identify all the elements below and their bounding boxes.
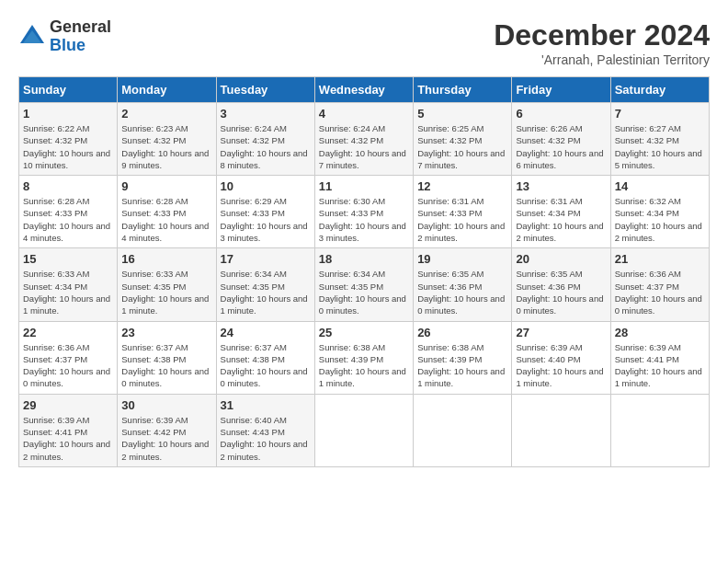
day-info: Sunrise: 6:30 AM Sunset: 4:33 PM Dayligh… xyxy=(319,195,409,244)
calendar-cell: 19 Sunrise: 6:35 AM Sunset: 4:36 PM Dayl… xyxy=(414,248,512,321)
day-info: Sunrise: 6:40 AM Sunset: 4:43 PM Dayligh… xyxy=(221,414,311,463)
day-info: Sunrise: 6:24 AM Sunset: 4:32 PM Dayligh… xyxy=(221,122,311,171)
calendar-cell: 15 Sunrise: 6:33 AM Sunset: 4:34 PM Dayl… xyxy=(19,248,118,321)
calendar-cell xyxy=(314,394,413,466)
day-info: Sunrise: 6:35 AM Sunset: 4:36 PM Dayligh… xyxy=(417,268,507,316)
day-number: 21 xyxy=(615,252,705,266)
day-info: Sunrise: 6:37 AM Sunset: 4:38 PM Dayligh… xyxy=(221,341,311,390)
calendar-week-1: 1 Sunrise: 6:22 AM Sunset: 4:32 PM Dayli… xyxy=(19,103,710,176)
calendar-cell: 31 Sunrise: 6:40 AM Sunset: 4:43 PM Dayl… xyxy=(216,394,314,466)
day-info: Sunrise: 6:31 AM Sunset: 4:34 PM Dayligh… xyxy=(516,195,606,244)
day-number: 1 xyxy=(23,107,113,121)
logo: General Blue xyxy=(18,18,111,55)
month-title: December 2024 xyxy=(494,18,710,52)
calendar-cell: 29 Sunrise: 6:39 AM Sunset: 4:41 PM Dayl… xyxy=(19,394,118,466)
header-monday: Monday xyxy=(118,77,216,103)
header-wednesday: Wednesday xyxy=(314,77,413,103)
day-number: 30 xyxy=(121,398,211,412)
calendar-cell: 3 Sunrise: 6:24 AM Sunset: 4:32 PM Dayli… xyxy=(216,103,314,176)
calendar-table: SundayMondayTuesdayWednesdayThursdayFrid… xyxy=(18,76,710,467)
day-number: 8 xyxy=(23,179,113,193)
day-info: Sunrise: 6:28 AM Sunset: 4:33 PM Dayligh… xyxy=(23,195,113,244)
day-number: 28 xyxy=(615,326,705,339)
day-info: Sunrise: 6:33 AM Sunset: 4:35 PM Dayligh… xyxy=(121,268,211,316)
calendar-cell: 6 Sunrise: 6:26 AM Sunset: 4:32 PM Dayli… xyxy=(512,103,610,176)
header-saturday: Saturday xyxy=(610,77,709,103)
day-number: 5 xyxy=(417,107,507,121)
day-info: Sunrise: 6:23 AM Sunset: 4:32 PM Dayligh… xyxy=(121,122,211,171)
day-info: Sunrise: 6:35 AM Sunset: 4:36 PM Dayligh… xyxy=(516,268,606,316)
page-header: General Blue December 2024 'Arranah, Pal… xyxy=(18,18,710,67)
calendar-cell: 23 Sunrise: 6:37 AM Sunset: 4:38 PM Dayl… xyxy=(118,321,216,394)
day-number: 20 xyxy=(516,252,606,266)
logo-icon xyxy=(18,23,46,51)
day-number: 10 xyxy=(221,179,311,193)
calendar-week-5: 29 Sunrise: 6:39 AM Sunset: 4:41 PM Dayl… xyxy=(19,394,710,466)
day-number: 29 xyxy=(23,398,113,412)
day-number: 13 xyxy=(516,179,606,193)
day-number: 16 xyxy=(121,252,211,266)
day-info: Sunrise: 6:31 AM Sunset: 4:33 PM Dayligh… xyxy=(417,195,507,244)
header-sunday: Sunday xyxy=(19,77,118,103)
day-number: 12 xyxy=(417,179,507,193)
calendar-cell: 18 Sunrise: 6:34 AM Sunset: 4:35 PM Dayl… xyxy=(314,248,413,321)
logo-general: General xyxy=(50,18,111,37)
day-info: Sunrise: 6:29 AM Sunset: 4:33 PM Dayligh… xyxy=(221,195,311,244)
day-number: 31 xyxy=(221,398,311,412)
day-info: Sunrise: 6:26 AM Sunset: 4:32 PM Dayligh… xyxy=(516,122,606,171)
day-info: Sunrise: 6:32 AM Sunset: 4:34 PM Dayligh… xyxy=(615,195,705,244)
calendar-cell: 17 Sunrise: 6:34 AM Sunset: 4:35 PM Dayl… xyxy=(216,248,314,321)
calendar-cell: 7 Sunrise: 6:27 AM Sunset: 4:32 PM Dayli… xyxy=(610,103,709,176)
day-info: Sunrise: 6:37 AM Sunset: 4:38 PM Dayligh… xyxy=(121,341,211,390)
day-number: 19 xyxy=(417,252,507,266)
day-info: Sunrise: 6:39 AM Sunset: 4:41 PM Dayligh… xyxy=(23,414,113,463)
day-info: Sunrise: 6:28 AM Sunset: 4:33 PM Dayligh… xyxy=(121,195,211,244)
day-info: Sunrise: 6:39 AM Sunset: 4:41 PM Dayligh… xyxy=(615,341,705,390)
day-info: Sunrise: 6:38 AM Sunset: 4:39 PM Dayligh… xyxy=(319,341,409,390)
day-info: Sunrise: 6:39 AM Sunset: 4:42 PM Dayligh… xyxy=(121,414,211,463)
calendar-cell: 11 Sunrise: 6:30 AM Sunset: 4:33 PM Dayl… xyxy=(314,176,413,248)
day-number: 23 xyxy=(121,326,211,339)
day-number: 2 xyxy=(121,107,211,121)
calendar-cell: 5 Sunrise: 6:25 AM Sunset: 4:32 PM Dayli… xyxy=(414,103,512,176)
day-number: 7 xyxy=(615,107,705,121)
day-info: Sunrise: 6:33 AM Sunset: 4:34 PM Dayligh… xyxy=(23,268,113,316)
day-number: 6 xyxy=(516,107,606,121)
day-info: Sunrise: 6:34 AM Sunset: 4:35 PM Dayligh… xyxy=(221,268,311,316)
calendar-cell: 25 Sunrise: 6:38 AM Sunset: 4:39 PM Dayl… xyxy=(314,321,413,394)
day-info: Sunrise: 6:39 AM Sunset: 4:40 PM Dayligh… xyxy=(516,341,606,390)
calendar-header-row: SundayMondayTuesdayWednesdayThursdayFrid… xyxy=(19,77,710,103)
day-number: 17 xyxy=(221,252,311,266)
day-number: 24 xyxy=(221,326,311,339)
header-friday: Friday xyxy=(512,77,610,103)
day-info: Sunrise: 6:36 AM Sunset: 4:37 PM Dayligh… xyxy=(615,268,705,316)
day-info: Sunrise: 6:38 AM Sunset: 4:39 PM Dayligh… xyxy=(417,341,507,390)
day-info: Sunrise: 6:25 AM Sunset: 4:32 PM Dayligh… xyxy=(417,122,507,171)
calendar-cell xyxy=(414,394,512,466)
calendar-cell: 1 Sunrise: 6:22 AM Sunset: 4:32 PM Dayli… xyxy=(19,103,118,176)
calendar-cell: 2 Sunrise: 6:23 AM Sunset: 4:32 PM Dayli… xyxy=(118,103,216,176)
calendar-week-2: 8 Sunrise: 6:28 AM Sunset: 4:33 PM Dayli… xyxy=(19,176,710,248)
calendar-cell: 9 Sunrise: 6:28 AM Sunset: 4:33 PM Dayli… xyxy=(118,176,216,248)
day-number: 25 xyxy=(319,326,409,339)
day-number: 11 xyxy=(319,179,409,193)
day-number: 15 xyxy=(23,252,113,266)
day-number: 22 xyxy=(23,326,113,339)
calendar-cell: 26 Sunrise: 6:38 AM Sunset: 4:39 PM Dayl… xyxy=(414,321,512,394)
calendar-cell: 10 Sunrise: 6:29 AM Sunset: 4:33 PM Dayl… xyxy=(216,176,314,248)
location-title: 'Arranah, Palestinian Territory xyxy=(494,52,710,67)
calendar-cell: 13 Sunrise: 6:31 AM Sunset: 4:34 PM Dayl… xyxy=(512,176,610,248)
calendar-cell: 20 Sunrise: 6:35 AM Sunset: 4:36 PM Dayl… xyxy=(512,248,610,321)
calendar-cell: 30 Sunrise: 6:39 AM Sunset: 4:42 PM Dayl… xyxy=(118,394,216,466)
calendar-cell: 28 Sunrise: 6:39 AM Sunset: 4:41 PM Dayl… xyxy=(610,321,709,394)
calendar-cell: 27 Sunrise: 6:39 AM Sunset: 4:40 PM Dayl… xyxy=(512,321,610,394)
calendar-cell: 22 Sunrise: 6:36 AM Sunset: 4:37 PM Dayl… xyxy=(19,321,118,394)
calendar-cell: 16 Sunrise: 6:33 AM Sunset: 4:35 PM Dayl… xyxy=(118,248,216,321)
header-thursday: Thursday xyxy=(414,77,512,103)
day-number: 26 xyxy=(417,326,507,339)
calendar-week-4: 22 Sunrise: 6:36 AM Sunset: 4:37 PM Dayl… xyxy=(19,321,710,394)
logo-text: General Blue xyxy=(50,18,111,55)
day-info: Sunrise: 6:34 AM Sunset: 4:35 PM Dayligh… xyxy=(319,268,409,316)
calendar-cell xyxy=(610,394,709,466)
calendar-cell: 4 Sunrise: 6:24 AM Sunset: 4:32 PM Dayli… xyxy=(314,103,413,176)
